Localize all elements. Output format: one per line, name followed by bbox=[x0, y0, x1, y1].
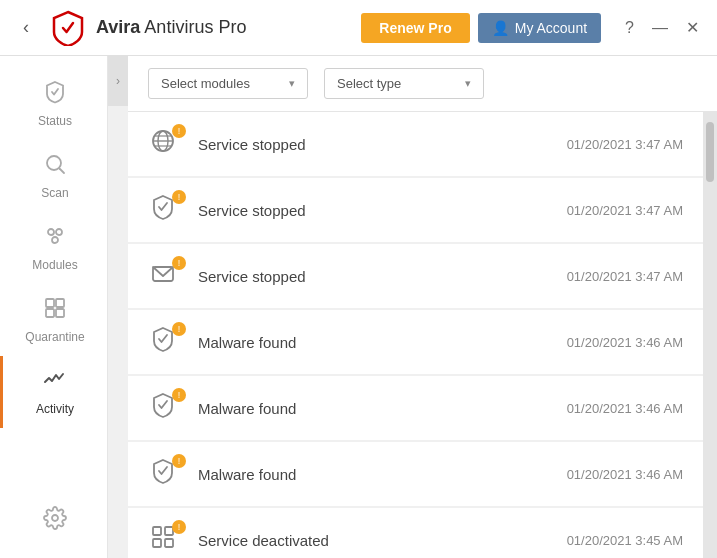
activity-list: ! Service stopped 01/20/2021 3:47 AM ! S… bbox=[128, 112, 703, 558]
svg-rect-6 bbox=[56, 299, 64, 307]
item-time: 01/20/2021 3:46 AM bbox=[567, 335, 683, 350]
user-icon: 👤 bbox=[492, 20, 509, 36]
sidebar-item-quarantine[interactable]: Quarantine bbox=[0, 284, 107, 356]
item-icon-wrap: ! bbox=[148, 258, 184, 294]
svg-rect-18 bbox=[153, 539, 161, 547]
item-text: Malware found bbox=[198, 334, 553, 351]
list-item[interactable]: ! Malware found 01/20/2021 3:46 AM bbox=[128, 442, 703, 506]
title-bar: ‹ Avira Antivirus Pro Renew Pro 👤 My Acc… bbox=[0, 0, 717, 56]
list-item[interactable]: ! Service deactivated 01/20/2021 3:45 AM bbox=[128, 508, 703, 558]
modules-dropdown-label: Select modules bbox=[161, 76, 250, 91]
item-icon-wrap: ! bbox=[148, 390, 184, 426]
type-dropdown[interactable]: Select type ▾ bbox=[324, 68, 484, 99]
scroll-thumb bbox=[706, 122, 714, 182]
item-badge: ! bbox=[172, 388, 186, 402]
scan-label: Scan bbox=[41, 186, 68, 200]
modules-icon bbox=[43, 224, 67, 254]
item-time: 01/20/2021 3:47 AM bbox=[567, 137, 683, 152]
item-badge: ! bbox=[172, 124, 186, 138]
sidebar-item-settings[interactable] bbox=[0, 494, 107, 548]
svg-rect-5 bbox=[46, 299, 54, 307]
modules-dropdown[interactable]: Select modules ▾ bbox=[148, 68, 308, 99]
svg-point-2 bbox=[48, 229, 54, 235]
avira-logo bbox=[50, 10, 86, 46]
list-item[interactable]: ! Service stopped 01/20/2021 3:47 AM bbox=[128, 244, 703, 308]
activity-label: Activity bbox=[36, 402, 74, 416]
item-icon-wrap: ! bbox=[148, 192, 184, 228]
list-item[interactable]: ! Malware found 01/20/2021 3:46 AM bbox=[128, 310, 703, 374]
sidebar-item-scan[interactable]: Scan bbox=[0, 140, 107, 212]
svg-rect-19 bbox=[165, 539, 173, 547]
svg-rect-16 bbox=[153, 527, 161, 535]
sidebar-item-status[interactable]: Status bbox=[0, 68, 107, 140]
status-icon bbox=[43, 80, 67, 110]
item-text: Malware found bbox=[198, 400, 553, 417]
scrollbar[interactable] bbox=[703, 112, 717, 558]
quarantine-label: Quarantine bbox=[25, 330, 84, 344]
type-dropdown-arrow: ▾ bbox=[465, 77, 471, 90]
renew-button[interactable]: Renew Pro bbox=[361, 13, 469, 43]
sidebar-item-modules[interactable]: Modules bbox=[0, 212, 107, 284]
sidebar-item-activity[interactable]: Activity bbox=[0, 356, 107, 428]
settings-icon bbox=[43, 506, 67, 536]
item-text: Malware found bbox=[198, 466, 553, 483]
type-dropdown-label: Select type bbox=[337, 76, 401, 91]
item-text: Service stopped bbox=[198, 268, 553, 285]
sidebar: Status Scan Modules bbox=[0, 56, 108, 558]
item-text: Service deactivated bbox=[198, 532, 553, 549]
scan-icon bbox=[43, 152, 67, 182]
item-badge: ! bbox=[172, 190, 186, 204]
list-item[interactable]: ! Service stopped 01/20/2021 3:47 AM bbox=[128, 112, 703, 176]
title-bar-right: Renew Pro 👤 My Account ? — ✕ bbox=[361, 13, 705, 43]
minimize-button[interactable]: — bbox=[646, 17, 674, 39]
filter-bar: Select modules ▾ Select type ▾ bbox=[128, 56, 717, 112]
svg-point-9 bbox=[52, 515, 58, 521]
main-layout: Status Scan Modules bbox=[0, 56, 717, 558]
item-text: Service stopped bbox=[198, 136, 553, 153]
account-button[interactable]: 👤 My Account bbox=[478, 13, 601, 43]
item-time: 01/20/2021 3:47 AM bbox=[567, 269, 683, 284]
svg-point-3 bbox=[56, 229, 62, 235]
modules-label: Modules bbox=[32, 258, 77, 272]
item-text: Service stopped bbox=[198, 202, 553, 219]
list-item[interactable]: ! Service stopped 01/20/2021 3:47 AM bbox=[128, 178, 703, 242]
item-icon-wrap: ! bbox=[148, 456, 184, 492]
item-time: 01/20/2021 3:46 AM bbox=[567, 467, 683, 482]
activity-icon bbox=[43, 368, 67, 398]
item-time: 01/20/2021 3:46 AM bbox=[567, 401, 683, 416]
back-button[interactable]: ‹ bbox=[12, 14, 40, 42]
item-badge: ! bbox=[172, 454, 186, 468]
svg-rect-8 bbox=[56, 309, 64, 317]
help-button[interactable]: ? bbox=[619, 17, 640, 39]
svg-line-1 bbox=[60, 169, 65, 174]
svg-rect-7 bbox=[46, 309, 54, 317]
item-icon-wrap: ! bbox=[148, 522, 184, 558]
content-area: Select modules ▾ Select type ▾ ! Service… bbox=[128, 56, 717, 558]
close-button[interactable]: ✕ bbox=[680, 16, 705, 39]
item-badge: ! bbox=[172, 256, 186, 270]
modules-dropdown-arrow: ▾ bbox=[289, 77, 295, 90]
window-controls: ? — ✕ bbox=[619, 16, 705, 39]
item-icon-wrap: ! bbox=[148, 126, 184, 162]
item-time: 01/20/2021 3:45 AM bbox=[567, 533, 683, 548]
item-badge: ! bbox=[172, 322, 186, 336]
svg-point-4 bbox=[52, 237, 58, 243]
status-label: Status bbox=[38, 114, 72, 128]
app-title: Avira Antivirus Pro bbox=[96, 17, 246, 38]
title-bar-left: ‹ Avira Antivirus Pro bbox=[12, 10, 361, 46]
item-time: 01/20/2021 3:47 AM bbox=[567, 203, 683, 218]
item-badge: ! bbox=[172, 520, 186, 534]
sidebar-toggle[interactable]: › bbox=[108, 56, 128, 106]
list-item[interactable]: ! Malware found 01/20/2021 3:46 AM bbox=[128, 376, 703, 440]
quarantine-icon bbox=[43, 296, 67, 326]
item-icon-wrap: ! bbox=[148, 324, 184, 360]
